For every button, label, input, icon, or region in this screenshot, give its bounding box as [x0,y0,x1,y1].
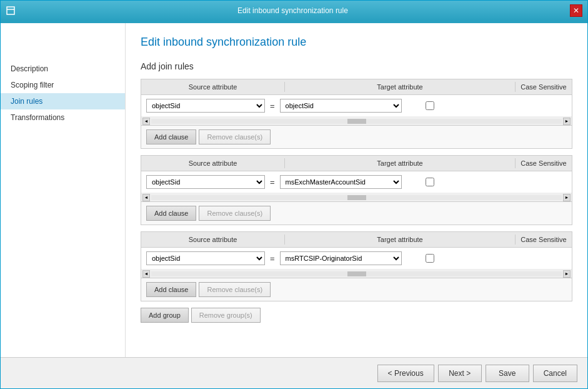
target-attr-header-3: Target attribute [285,235,516,245]
target-attr-header-1: Target attribute [285,82,516,92]
case-sensitive-header-1: Case Sensitive [516,82,572,92]
target-select-3-1[interactable]: msRTCSIP-OriginatorSid objectSid cn mail [280,251,402,265]
scrollbar-2: ◄ ► [141,193,572,202]
footer: < Previous Next > Save Cancel [1,357,587,388]
page-title: Edit inbound synchronization rule [141,36,572,49]
source-attr-header-3: Source attribute [141,235,285,245]
scroll-left-3[interactable]: ◄ [142,270,150,278]
rule-row-3-1: objectSid cn displayName mail = msRTCSIP… [141,248,572,270]
source-select-3-1[interactable]: objectSid cn displayName mail [146,251,265,265]
scroll-right-3[interactable]: ► [563,270,571,278]
rule-group-3: Source attribute Target attribute Case S… [141,231,572,301]
main-window: Edit inbound synchronization rule ✕ Desc… [0,0,588,389]
equals-sign-3-1: = [265,254,280,263]
case-checkbox-1-1[interactable] [426,101,434,110]
remove-clause-button-3[interactable]: Remove clause(s) [199,282,271,297]
sidebar-item-description[interactable]: Description [1,61,125,77]
source-attr-header-1: Source attribute [141,82,285,92]
scroll-right-2[interactable]: ► [563,194,571,201]
scrollbar-1: ◄ ► [141,117,572,126]
rule-buttons-3: Add clause Remove clause(s) [141,278,572,301]
rule-buttons-1: Add clause Remove clause(s) [141,126,572,148]
source-select-1-1[interactable]: objectSid cn displayName mail [146,99,265,113]
rule-header-2: Source attribute Target attribute Case S… [141,156,572,171]
scroll-thumb-1 [347,119,366,124]
case-checkbox-2-1[interactable] [426,178,434,186]
next-button[interactable]: Next > [438,365,482,382]
case-sensitive-header-3: Case Sensitive [516,235,572,245]
add-group-button[interactable]: Add group [141,308,189,323]
remove-clause-button-2[interactable]: Remove clause(s) [199,206,271,221]
window-title: Edit inbound synchronization rule [16,6,570,15]
source-select-2-1[interactable]: objectSid cn displayName mail [146,175,265,189]
close-button[interactable]: ✕ [570,4,582,17]
sidebar: Description Scoping filter Join rules Tr… [1,23,126,357]
case-checkbox-cell-1-1 [402,101,458,110]
rule-row-1-1: objectSid cn displayName mail = objectSi… [141,95,572,117]
rule-row-2-1: objectSid cn displayName mail = msExchMa… [141,171,572,193]
rule-group-2: Source attribute Target attribute Case S… [141,155,572,225]
target-attr-header-2: Target attribute [285,158,516,168]
scroll-right-1[interactable]: ► [563,118,571,125]
scrollbar-3: ◄ ► [141,270,572,278]
case-checkbox-3-1[interactable] [426,254,434,263]
rule-header-1: Source attribute Target attribute Case S… [141,79,572,95]
sidebar-item-scoping-filter[interactable]: Scoping filter [1,77,125,93]
rule-group-1: Source attribute Target attribute Case S… [141,79,572,149]
content-area: Description Scoping filter Join rules Tr… [1,23,587,357]
scroll-thumb-3 [347,271,366,276]
scroll-track-3 [151,271,562,276]
scroll-track-2 [151,195,562,200]
equals-sign-2-1: = [265,178,280,187]
add-clause-button-1[interactable]: Add clause [146,129,196,144]
target-select-1-1[interactable]: objectSid cn displayName mail [280,99,402,113]
sidebar-item-transformations[interactable]: Transformations [1,109,125,126]
add-clause-button-3[interactable]: Add clause [146,282,196,297]
sidebar-item-join-rules[interactable]: Join rules [1,93,125,109]
previous-button[interactable]: < Previous [377,365,434,382]
case-sensitive-header-2: Case Sensitive [516,158,572,168]
title-bar: Edit inbound synchronization rule ✕ [1,1,587,21]
source-attr-header-2: Source attribute [141,158,285,168]
case-checkbox-cell-3-1 [402,254,458,263]
remove-clause-button-1[interactable]: Remove clause(s) [199,129,271,144]
main-content: Edit inbound synchronization rule Add jo… [126,23,587,357]
svg-rect-0 [7,7,14,14]
window-icon [6,6,16,16]
save-button[interactable]: Save [486,365,529,382]
target-select-2-1[interactable]: msExchMasterAccountSid objectSid cn mail [280,175,402,189]
scroll-left-2[interactable]: ◄ [142,194,150,201]
scroll-track-1 [151,119,562,124]
scroll-thumb-2 [347,195,366,200]
section-title: Add join rules [141,61,572,71]
scroll-left-1[interactable]: ◄ [142,118,150,125]
case-checkbox-cell-2-1 [402,178,458,186]
remove-group-button[interactable]: Remove group(s) [191,308,261,323]
cancel-button[interactable]: Cancel [533,365,577,382]
rule-header-3: Source attribute Target attribute Case S… [141,232,572,248]
equals-sign-1-1: = [265,101,280,111]
add-clause-button-2[interactable]: Add clause [146,206,196,221]
rule-buttons-2: Add clause Remove clause(s) [141,202,572,225]
group-buttons: Add group Remove group(s) [141,308,572,323]
